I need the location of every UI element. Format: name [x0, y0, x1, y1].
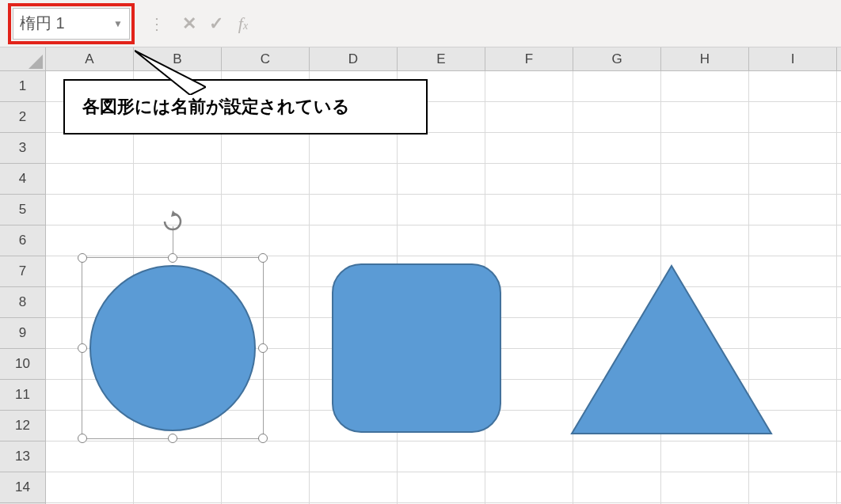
callout-tail-icon — [135, 47, 206, 95]
dropdown-icon[interactable]: ▼ — [113, 18, 123, 29]
callout-text: 各図形には名前が設定されている — [63, 79, 428, 135]
row-header-5[interactable]: 5 — [0, 195, 45, 225]
resize-handle-bl[interactable] — [78, 434, 87, 443]
svg-marker-1 — [135, 51, 206, 95]
row-headers: 1 2 3 4 5 6 7 8 9 10 11 12 13 14 — [0, 71, 46, 504]
col-header-I[interactable]: I — [749, 47, 837, 70]
col-header-C[interactable]: C — [222, 47, 310, 70]
annotation-callout: 各図形には名前が設定されている — [63, 79, 428, 135]
col-header-D[interactable]: D — [310, 47, 398, 70]
resize-handle-mr[interactable] — [258, 343, 268, 353]
selection-box[interactable] — [82, 257, 264, 439]
col-header-H[interactable]: H — [661, 47, 749, 70]
name-box-highlight: 楕円 1 ▼ — [8, 3, 135, 44]
resize-handle-tr[interactable] — [258, 253, 268, 263]
row-header-6[interactable]: 6 — [0, 225, 45, 256]
column-headers: A B C D E F G H I — [0, 47, 841, 71]
row-header-7[interactable]: 7 — [0, 256, 45, 287]
row-header-13[interactable]: 13 — [0, 441, 45, 472]
formula-input[interactable] — [266, 8, 841, 40]
select-all-corner[interactable] — [0, 47, 46, 70]
separator-icon: ⋮ — [149, 14, 165, 33]
row-header-14[interactable]: 14 — [0, 472, 45, 503]
enter-icon[interactable]: ✓ — [203, 13, 230, 34]
shape-triangle[interactable] — [569, 263, 774, 437]
resize-handle-tm[interactable] — [168, 253, 177, 263]
shape-rounded-rect[interactable] — [331, 263, 502, 434]
cancel-icon[interactable]: ✕ — [176, 13, 203, 34]
rotation-handle-icon[interactable] — [162, 210, 184, 236]
col-header-E[interactable]: E — [398, 47, 485, 70]
svg-rect-4 — [333, 264, 500, 432]
col-header-G[interactable]: G — [573, 47, 661, 70]
col-header-F[interactable]: F — [485, 47, 573, 70]
resize-handle-br[interactable] — [258, 434, 268, 443]
row-header-4[interactable]: 4 — [0, 164, 45, 195]
row-header-8[interactable]: 8 — [0, 287, 45, 318]
row-header-11[interactable]: 11 — [0, 380, 45, 411]
resize-handle-bm[interactable] — [168, 434, 177, 443]
resize-handle-ml[interactable] — [78, 343, 87, 353]
row-header-12[interactable]: 12 — [0, 411, 45, 441]
svg-marker-5 — [572, 266, 771, 434]
name-box-value: 楕円 1 — [20, 13, 65, 34]
svg-marker-0 — [29, 55, 43, 69]
row-header-9[interactable]: 9 — [0, 318, 45, 349]
fx-icon[interactable]: fx — [230, 13, 257, 34]
name-box[interactable]: 楕円 1 ▼ — [13, 8, 130, 40]
formula-bar: 楕円 1 ▼ ⋮ ✕ ✓ fx — [0, 0, 841, 47]
row-header-2[interactable]: 2 — [0, 102, 45, 133]
col-header-A[interactable]: A — [46, 47, 134, 70]
row-header-1[interactable]: 1 — [0, 71, 45, 102]
row-header-10[interactable]: 10 — [0, 349, 45, 380]
row-header-3[interactable]: 3 — [0, 133, 45, 164]
resize-handle-tl[interactable] — [78, 253, 87, 263]
